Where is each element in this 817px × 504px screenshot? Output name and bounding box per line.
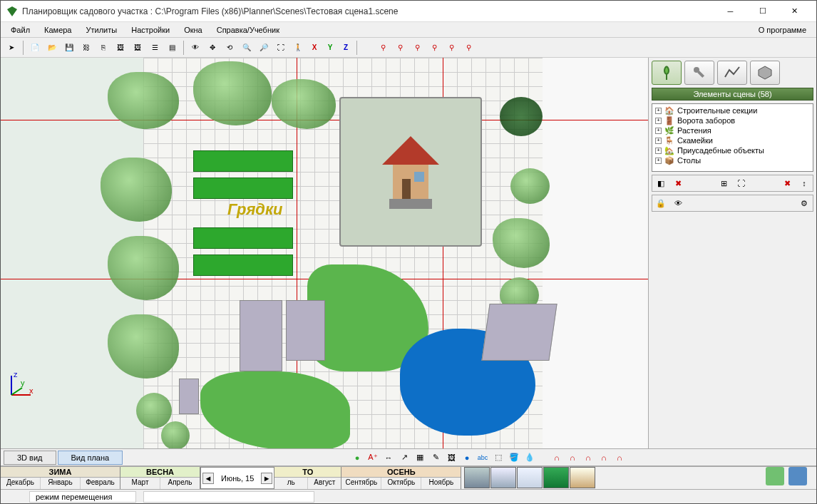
select-all-icon[interactable]: ◧ — [654, 177, 668, 190]
snap-6-icon[interactable]: ⚲ — [461, 40, 476, 56]
image-icon[interactable]: 🖼 — [113, 40, 128, 56]
tab-plan-view[interactable]: Вид плана — [58, 451, 123, 465]
month-jan[interactable]: Январь — [41, 478, 81, 489]
expand-icon[interactable]: + — [655, 118, 662, 124]
zoom-fit-icon[interactable]: ⛶ — [273, 40, 289, 56]
new-file-icon[interactable]: 📄 — [27, 40, 43, 56]
menu-file[interactable]: Файл — [4, 24, 37, 36]
crop-icon[interactable]: ⬚ — [491, 451, 505, 464]
tree-object[interactable] — [108, 236, 179, 300]
maximize-button[interactable]: ☐ — [746, 1, 779, 22]
sort-icon[interactable]: ↕ — [797, 177, 811, 190]
thumb-4[interactable] — [543, 467, 569, 488]
menu-about[interactable]: О программе — [751, 24, 813, 36]
menu-windows[interactable]: Окна — [177, 24, 210, 36]
globe-icon[interactable]: ● — [460, 451, 474, 464]
zoom-in-icon[interactable]: 🔍 — [239, 40, 255, 56]
panel-mode-materials-button[interactable] — [750, 61, 780, 85]
abc-icon[interactable]: abc — [476, 451, 490, 464]
close-button[interactable]: ✕ — [779, 1, 811, 22]
magnet-4-icon[interactable]: ∩ — [597, 451, 611, 464]
clear-icon[interactable]: ✖ — [780, 177, 794, 190]
tree-item[interactable]: +📦Столы — [654, 155, 811, 165]
expand-icon[interactable]: + — [655, 108, 662, 114]
thumb-5[interactable] — [570, 467, 595, 488]
layers-icon[interactable]: ▤ — [164, 40, 180, 56]
minimize-button[interactable]: ─ — [714, 1, 746, 22]
measure-icon[interactable]: ↔ — [381, 451, 396, 464]
magnet-3-icon[interactable]: ∩ — [581, 451, 595, 464]
viewport[interactable]: Грядки — [1, 58, 648, 448]
ungroup-icon[interactable]: ⛶ — [734, 177, 749, 190]
garden-bed[interactable] — [193, 227, 293, 249]
magnet-1-icon[interactable]: ∩ — [550, 451, 564, 464]
tree-object[interactable] — [500, 97, 543, 136]
text-tool-icon[interactable]: A⁺ — [366, 451, 380, 464]
month-jul[interactable]: ль — [274, 478, 308, 489]
tree-object[interactable] — [108, 72, 179, 129]
view-all-icon[interactable]: 👁 — [187, 40, 203, 56]
light-icon[interactable]: ● — [350, 451, 364, 464]
expand-icon[interactable]: + — [655, 128, 662, 134]
house-object[interactable] — [339, 97, 482, 247]
visibility-icon[interactable]: 👁 — [671, 197, 685, 210]
tree-item[interactable]: +🌿Растения — [654, 125, 811, 135]
link-icon[interactable]: ⛓ — [78, 40, 94, 56]
move-tool-icon[interactable]: ✥ — [205, 40, 220, 56]
grid-icon[interactable]: ▦ — [413, 451, 427, 464]
magnet-5-icon[interactable]: ∩ — [612, 451, 627, 464]
lock-icon[interactable]: 🔒 — [654, 197, 668, 210]
tree-item[interactable]: +🚪Ворота заборов — [654, 115, 811, 125]
delete-icon[interactable]: ✖ — [671, 177, 685, 190]
group-icon[interactable]: ⊞ — [717, 177, 731, 190]
menu-settings[interactable]: Настройки — [124, 24, 177, 36]
save-file-icon[interactable]: 💾 — [61, 40, 77, 56]
garden-bed[interactable] — [193, 254, 293, 276]
panel-mode-objects-button[interactable] — [684, 61, 714, 85]
garden-bed[interactable] — [193, 178, 293, 199]
snap-5-icon[interactable]: ⚲ — [443, 40, 459, 56]
screenshot-icon[interactable]: 🖼 — [130, 40, 145, 56]
path-object[interactable] — [240, 300, 282, 371]
canvas[interactable]: Грядки — [1, 58, 648, 448]
thumb-1[interactable] — [464, 467, 490, 488]
cursor-tool-icon[interactable]: ➤ — [4, 40, 19, 56]
open-file-icon[interactable]: 📂 — [44, 40, 60, 56]
pipette-icon[interactable]: 💧 — [523, 451, 537, 464]
expand-icon[interactable]: + — [655, 138, 662, 144]
list-icon[interactable]: ☰ — [147, 40, 163, 56]
expand-icon[interactable]: + — [655, 148, 662, 154]
tree-object[interactable] — [510, 168, 550, 204]
tree-object[interactable] — [101, 158, 172, 222]
thumb-3[interactable] — [517, 467, 543, 488]
month-sep[interactable]: Сентябрь — [341, 478, 381, 489]
menu-camera[interactable]: Камера — [37, 24, 78, 36]
drawing-tool-icon[interactable]: ✎ — [428, 451, 443, 464]
menu-utilities[interactable]: Утилиты — [79, 24, 125, 36]
zoom-out-icon[interactable]: 🔎 — [256, 40, 272, 56]
expand-icon[interactable]: + — [655, 158, 662, 164]
tree-item[interactable]: +🏠Строительные секции — [654, 106, 811, 115]
properties-icon[interactable]: ⚙ — [797, 197, 811, 210]
axis-y-button[interactable]: Y — [323, 40, 337, 56]
snap-1-icon[interactable]: ⚲ — [375, 40, 391, 56]
magnet-2-icon[interactable]: ∩ — [565, 451, 580, 464]
tab-3d-view[interactable]: 3D вид — [4, 451, 56, 465]
month-oct[interactable]: Октябрь — [381, 478, 421, 489]
panel-mode-terrain-button[interactable] — [717, 61, 747, 85]
date-next-button[interactable]: ► — [261, 473, 272, 484]
tree-item[interactable]: +🪑Скамейки — [654, 135, 811, 145]
tree-item[interactable]: +🏡Приусадебные объекты — [654, 145, 811, 155]
month-mar[interactable]: Март — [120, 478, 160, 489]
photo-icon[interactable]: 🖼 — [444, 451, 458, 464]
month-feb[interactable]: Февраль — [81, 478, 120, 489]
axis-z-button[interactable]: Z — [339, 40, 353, 56]
menu-help[interactable]: Справка/Учебник — [210, 24, 287, 36]
tree-object[interactable] — [136, 393, 172, 428]
tree-object[interactable] — [161, 421, 190, 448]
path-tool-icon[interactable]: ↗ — [397, 451, 411, 464]
camera-walk-icon[interactable]: 🚶 — [290, 40, 306, 56]
path-object[interactable] — [179, 379, 199, 414]
snap-4-icon[interactable]: ⚲ — [426, 40, 442, 56]
tree-object[interactable] — [108, 314, 179, 379]
